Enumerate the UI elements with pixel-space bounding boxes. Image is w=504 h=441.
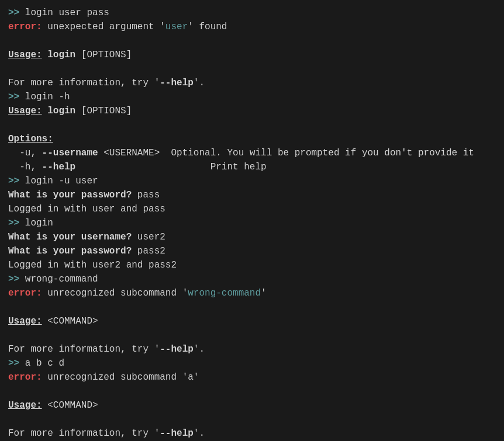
option-short-2: -h, [19,162,42,172]
answer-3: pass2 [132,246,165,256]
empty-line-5 [8,328,496,342]
options-label: Options: [8,134,53,144]
line-options: Options: [8,132,496,146]
empty-line-6 [8,384,496,398]
usage-rest-2: [OPTIONS] [75,106,132,116]
info-tail-2: '. [194,344,205,355]
help-flag-3: --help [160,428,194,439]
usage-rest: [OPTIONS] [75,50,132,60]
usage-label-2: Usage: [8,106,42,116]
option-desc: Optional. You will be prompted if you do… [160,148,474,158]
line-usage-2: Usage: login [OPTIONS] [8,104,496,118]
info-text: For more information, try ' [8,78,160,88]
empty-line [8,34,496,48]
empty-line-3 [8,118,496,132]
line-7: >> a b c d [8,356,496,370]
usage-label: Usage: [8,50,42,60]
cmd-text-3: login -u user [19,176,98,186]
cmd-text-2: login -h [19,92,70,102]
error-text-3: unrecognized subcommand ' [42,372,188,383]
empty-line-2 [8,62,496,76]
question-2: What is your username? [8,232,132,242]
option-long: --username [42,148,98,158]
line-usage-1: Usage: login [OPTIONS] [8,48,496,62]
line-6: >> wrong-command [8,272,496,286]
highlight-wrong: wrong-command [188,288,261,298]
line-1: >> login user pass [8,6,496,20]
line-logged-2: Logged in with user2 and pass2 [8,258,496,272]
answer-2: user2 [132,232,165,242]
line-option-u: -u, --username <USERNAME> Optional. You … [8,146,496,160]
cmd-text-4: login [19,218,53,228]
line-3: >> login -h [8,90,496,104]
option-indent [8,148,19,158]
error-label-2: error: [8,288,42,298]
prompt-2: >> [8,92,19,102]
error-text-2: unrecognized subcommand ' [42,288,188,298]
line-usage-4: Usage: <COMMAND> [8,398,496,412]
line-help-1: For more information, try '--help'. [8,76,496,90]
line-question-1: What is your password? pass [8,188,496,202]
usage-cmd-4: <COMMAND> [42,400,98,411]
logged-text-2: Logged in with user2 and pass2 [8,260,177,270]
line-help-2: For more information, try '--help'. [8,342,496,356]
empty-line-4 [8,300,496,314]
option-arg: <USERNAME> [98,148,160,158]
question-1: What is your password? [8,190,132,200]
error-tail: ' found [188,22,227,32]
cmd-text-5: wrong-command [19,274,98,284]
terminal: >> login user pass error: unexpected arg… [8,6,496,441]
empty-line-7 [8,412,496,426]
question-3: What is your password? [8,246,132,256]
usage-cmd-3: <COMMAND> [42,316,98,327]
answer-1: pass [132,190,160,200]
usage-cmd-2: login [42,106,76,116]
option-desc-2: Print help [75,162,266,172]
line-question-3: What is your password? pass2 [8,244,496,258]
prompt-4: >> [8,218,19,228]
error-label-3: error: [8,372,42,383]
line-5: >> login [8,216,496,230]
line-question-2: What is your username? user2 [8,230,496,244]
option-indent-2 [8,162,19,172]
line-help-3: For more information, try '--help'. [8,426,496,440]
info-tail: '. [194,78,205,88]
help-flag-2: --help [160,344,194,355]
help-flag: --help [160,78,194,88]
line-error-3: error: unrecognized subcommand 'a' [8,370,496,384]
option-long-2: --help [42,162,76,172]
info-text-3: For more information, try ' [8,428,160,439]
error-label: error: [8,22,42,32]
line-4: >> login -u user [8,174,496,188]
line-error-2: error: unrecognized subcommand 'wrong-co… [8,286,496,300]
line-usage-3: Usage: <COMMAND> [8,314,496,328]
line-2: error: unexpected argument 'user' found [8,20,496,34]
error-text: unexpected argument ' [42,22,165,32]
highlight-user: user [165,22,188,32]
info-tail-3: '. [194,428,205,439]
info-text-2: For more information, try ' [8,344,160,355]
usage-label-4: Usage: [8,400,42,411]
prompt-5: >> [8,274,19,284]
logged-text-1: Logged in with user and pass [8,204,165,214]
error-tail-3: ' [194,372,199,383]
usage-label-3: Usage: [8,316,42,327]
prompt: >> [8,8,19,18]
cmd-text: login user pass [19,8,109,18]
usage-cmd: login [42,50,76,60]
option-short: -u, [19,148,42,158]
line-option-h: -h, --help Print help [8,160,496,174]
highlight-a: a [188,372,194,383]
line-logged-1: Logged in with user and pass [8,202,496,216]
cmd-text-6: a b c d [19,358,64,369]
error-tail-2: ' [261,288,267,298]
prompt-6: >> [8,358,19,369]
prompt-3: >> [8,176,19,186]
